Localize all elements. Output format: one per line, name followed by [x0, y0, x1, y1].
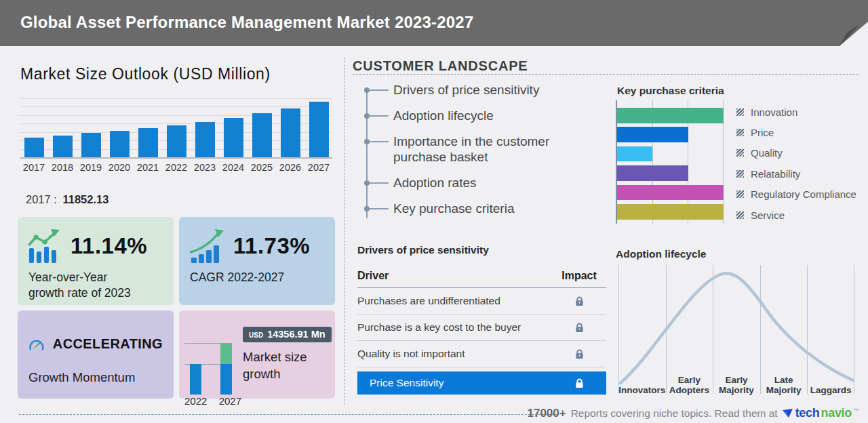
market-bar: [191, 122, 218, 157]
year-label: 2018: [49, 162, 76, 173]
header-bar: Global Asset Performance Management Mark…: [0, 0, 868, 46]
lock-icon: [574, 322, 585, 334]
stage-label: EarlyMajority: [713, 375, 760, 395]
key-purchase-criteria-chart: [616, 100, 724, 224]
key-purchase-criteria-title: Key purchase criteria: [617, 85, 724, 97]
report-count: 17000+: [527, 407, 566, 420]
page-title: Global Asset Performance Management Mark…: [20, 0, 473, 45]
year-label: 2026: [277, 162, 304, 173]
growth-amount: 14356.91 Mn: [267, 329, 325, 340]
drivers-title: Drivers of price sensitivity: [357, 244, 489, 256]
legend-label: Regulatory Compliance: [751, 188, 856, 200]
footer: 17000+ Reports covering niche topics. Re…: [527, 406, 859, 420]
lock-icon: [574, 296, 585, 307]
impact-column-header: Impact: [552, 270, 606, 282]
market-size-bar-chart: [20, 98, 332, 159]
criteria-bar: [617, 204, 724, 220]
market-bar: [77, 133, 104, 157]
usd-amount-badge: USD 14356.91 Mn: [243, 327, 332, 342]
year-label: 2023: [191, 162, 218, 173]
driver-column-header: Driver: [357, 270, 389, 282]
stage-label: Innovators: [618, 375, 666, 395]
market-bar: [248, 113, 275, 157]
speedometer-icon: [28, 328, 45, 359]
price-sensitivity-row: Price Sensitivity: [357, 371, 606, 395]
lock-icon: [574, 348, 585, 360]
base-year-label: 2017: [26, 193, 51, 205]
technavio-logo: technavio ™: [783, 406, 859, 420]
landscape-item: Key purchase criteria: [358, 201, 582, 216]
growth-momentum-card: ACCELERATING Growth Momentum: [18, 310, 174, 399]
brand-trademark: ™: [853, 407, 859, 414]
year-label: 2017: [20, 162, 47, 173]
legend-swatch-icon: [736, 108, 744, 116]
driver-row: Purchases are undifferentiated: [357, 288, 606, 315]
base-year-amount: 11852.13: [63, 193, 109, 205]
market-bar: [163, 125, 190, 157]
driver-label: Quality is not important: [357, 348, 465, 360]
driver-row: Purchase is a key cost to the buyer: [357, 315, 606, 341]
legend-swatch-icon: [736, 149, 744, 157]
footer-text: Reports covering niche topics. Read them…: [571, 407, 778, 420]
landscape-item: Adoption lifecycle: [358, 108, 582, 123]
market-bar: [49, 136, 76, 157]
growth-mini-chart: 2022 2027: [184, 324, 241, 395]
year-label: 2020: [106, 162, 133, 173]
market-bar: [220, 118, 247, 157]
year-label: 2027: [305, 162, 332, 173]
technavio-arrow-icon: [783, 408, 793, 419]
page-fold-decoration: [827, 0, 868, 46]
market-bar: [106, 131, 133, 157]
legend-swatch-icon: [736, 190, 744, 198]
legend-item: Quality: [736, 143, 856, 163]
momentum-label: Growth Momentum: [28, 370, 163, 385]
mini-chart-end-year: 2027: [219, 395, 241, 407]
legend-item: Relatability: [736, 163, 856, 184]
mini-chart-start-year: 2022: [184, 395, 207, 407]
adoption-lifecycle-title: Adoption lifecycle: [616, 248, 707, 260]
stage-label: LateMajority: [760, 375, 808, 395]
key-purchase-criteria-legend: InnovationPriceQualityRelatabilityRegula…: [736, 102, 856, 225]
drivers-table-header: Driver Impact: [357, 270, 606, 288]
criteria-bar: [617, 127, 688, 142]
base-year-separator: :: [54, 193, 57, 205]
stage-label: Laggards: [807, 375, 854, 395]
year-label: 2025: [248, 162, 275, 173]
year-label: 2022: [163, 162, 190, 173]
cagr-card: 11.73% CAGR 2022-2027: [179, 217, 335, 305]
kpi-cards: 11.14% Year-over-Year growth rate of 202…: [18, 217, 335, 399]
cagr-value: 11.73%: [233, 233, 310, 259]
market-size-growth-card: 2022 2027 USD 14356.91 Mn Market size gr…: [179, 310, 335, 399]
market-size-growth-label: Market size growth: [243, 348, 307, 382]
customer-landscape-underline: [353, 74, 859, 75]
legend-swatch-icon: [736, 129, 744, 136]
panel-divider: [344, 58, 344, 405]
landscape-item: Drivers of price sensitivity: [358, 82, 582, 98]
customer-landscape-title: CUSTOMER LANDSCAPE: [353, 58, 528, 74]
driver-label: Purchase is a key cost to the buyer: [357, 321, 521, 334]
market-bar: [277, 108, 304, 157]
bar-trend-icon: [28, 228, 62, 264]
market-bar: [134, 128, 161, 157]
criteria-bar: [617, 165, 688, 181]
market-bar: [20, 138, 47, 157]
growth-curve-icon: [190, 228, 225, 264]
landscape-item: Importance in the customer purchase bask…: [358, 134, 582, 165]
legend-item: Price: [736, 122, 856, 142]
year-label: 2021: [134, 162, 161, 173]
brand-tech: tech: [795, 406, 820, 420]
landscape-item: Adoption rates: [358, 175, 582, 190]
base-year-value: 2017 : 11852.13: [26, 193, 108, 206]
year-label: 2024: [220, 162, 247, 173]
adoption-lifecycle-chart: InnovatorsEarlyAdoptersEarlyMajorityLate…: [618, 265, 854, 394]
stage-label: EarlyAdopters: [666, 375, 713, 395]
yoy-growth-label: Year-over-Year growth rate of 2023: [28, 270, 163, 301]
legend-item: Regulatory Compliance: [736, 184, 856, 205]
legend-label: Relatability: [751, 168, 800, 180]
cagr-label: CAGR 2022-2027: [190, 270, 324, 285]
legend-swatch-icon: [736, 170, 744, 178]
criteria-bar: [617, 185, 724, 201]
legend-label: Service: [751, 209, 785, 221]
criteria-bar: [617, 108, 724, 123]
legend-item: Innovation: [736, 102, 856, 122]
